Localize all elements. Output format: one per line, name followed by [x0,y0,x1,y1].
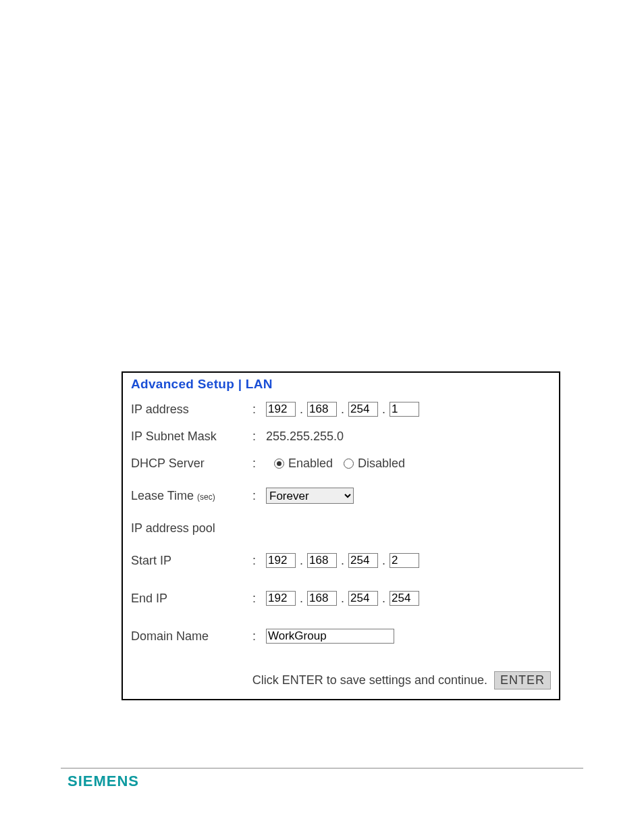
dot: . [340,554,346,568]
dot: . [381,402,387,417]
ip-address-octet-3[interactable] [348,402,378,417]
label-domain-name: Domain Name [131,629,252,644]
panel-title: Advanced Setup | LAN [131,377,551,392]
start-ip-octet-2[interactable] [307,553,337,568]
label-lease-time: Lease Time (sec) [131,489,252,503]
ip-address-octet-4[interactable] [390,402,419,417]
row-domain-name: Domain Name : [131,617,551,655]
end-ip-octet-2[interactable] [307,591,337,606]
colon: : [252,592,266,606]
lease-time-value: Forever [266,488,551,504]
label-dhcp-server: DHCP Server [131,457,252,471]
dhcp-disabled-radio[interactable]: Disabled [344,457,405,471]
dot: . [381,554,387,568]
start-ip-fields: . . . [266,553,551,568]
label-start-ip: Start IP [131,554,252,568]
row-end-ip: End IP : . . . [131,579,551,617]
radio-icon [344,459,354,469]
end-ip-octet-3[interactable] [348,591,378,606]
row-ip-pool-heading: IP address pool [131,515,551,542]
label-ip-address: IP address [131,402,252,417]
colon: : [252,554,266,568]
dot: . [298,554,304,568]
dot: . [340,592,346,606]
footer-hint: Click ENTER to save settings and continu… [252,673,487,687]
dhcp-disabled-label: Disabled [358,457,405,471]
radio-icon [274,459,284,469]
dhcp-radio-group: Enabled Disabled [266,457,551,471]
colon: : [252,402,266,417]
ip-address-octet-1[interactable] [266,402,296,417]
domain-name-value [266,629,551,644]
end-ip-octet-4[interactable] [390,591,419,606]
domain-name-input[interactable] [266,629,394,644]
page-divider [61,768,583,768]
start-ip-octet-3[interactable] [348,553,378,568]
colon: : [252,489,266,503]
end-ip-fields: . . . [266,591,551,606]
label-subnet-mask: IP Subnet Mask [131,429,252,444]
start-ip-octet-4[interactable] [390,553,419,568]
dot: . [298,592,304,606]
colon: : [252,457,266,471]
subnet-mask-value: 255.255.255.0 [266,429,551,444]
start-ip-octet-1[interactable] [266,553,296,568]
ip-address-octet-2[interactable] [307,402,337,417]
footer-row: Click ENTER to save settings and continu… [131,671,551,689]
lease-time-label-main: Lease Time [131,489,197,502]
row-lease-time: Lease Time (sec) : Forever [131,477,551,515]
lease-time-select[interactable]: Forever [266,488,354,504]
row-start-ip: Start IP : . . . [131,542,551,579]
row-subnet-mask: IP Subnet Mask : 255.255.255.0 [131,423,551,450]
enter-button[interactable]: ENTER [494,671,551,689]
row-ip-address: IP address : . . . [131,396,551,423]
label-end-ip: End IP [131,592,252,606]
lease-time-label-sub: (sec) [197,492,215,502]
dot: . [381,592,387,606]
lan-settings-panel: Advanced Setup | LAN IP address : . . . … [122,371,560,700]
dhcp-enabled-radio[interactable]: Enabled [274,457,333,471]
subnet-mask-text: 255.255.255.0 [266,429,344,444]
dot: . [340,402,346,417]
colon: : [252,629,266,644]
row-dhcp-server: DHCP Server : Enabled Disabled [131,450,551,477]
dhcp-enabled-label: Enabled [288,457,333,471]
brand-logo: SIEMENS [68,773,139,790]
dot: . [298,402,304,417]
colon: : [252,429,266,444]
ip-address-fields: . . . [266,402,551,417]
end-ip-octet-1[interactable] [266,591,296,606]
label-ip-pool: IP address pool [131,521,252,536]
